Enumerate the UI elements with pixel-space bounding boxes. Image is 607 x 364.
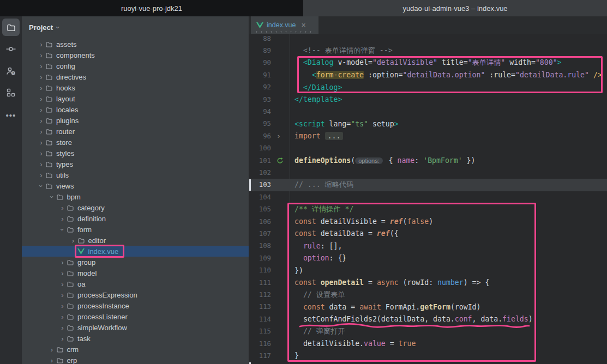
line-number[interactable]: 107 <box>249 230 274 238</box>
chevron-right-icon[interactable]: › <box>37 138 45 147</box>
chevron-right-icon[interactable]: › <box>69 236 77 245</box>
tree-item-editor[interactable]: ›editor <box>22 235 249 246</box>
tree-item-hooks[interactable]: ›hooks <box>22 82 249 93</box>
line-number[interactable]: 113 <box>249 303 274 311</box>
line-number[interactable]: 116 <box>249 340 274 348</box>
chevron-right-icon[interactable]: › <box>37 84 45 92</box>
line-number[interactable]: 88 <box>249 35 274 43</box>
line-number[interactable]: 90 <box>249 59 274 66</box>
code-line-104[interactable]: 104 <box>249 191 607 203</box>
code-line-93[interactable]: 93</template> <box>249 93 607 105</box>
chevron-right-icon[interactable]: › <box>37 149 45 157</box>
code-line-92[interactable]: 92 </Dialog> <box>249 81 607 93</box>
tree-item-utils[interactable]: ›utils <box>22 169 249 180</box>
tree-item-layout[interactable]: ›layout <box>22 93 249 104</box>
code-line-103[interactable]: 103// ... 缩略代码 <box>249 179 607 191</box>
tree-item-processListener[interactable]: ›processListener <box>22 311 249 322</box>
structure-tool-button[interactable] <box>2 84 20 101</box>
fold-chevron-icon[interactable]: › <box>274 132 290 140</box>
code-line-118[interactable]: 118 <box>249 362 607 364</box>
line-number[interactable]: 117 <box>249 352 274 360</box>
line-number[interactable]: 109 <box>249 254 274 262</box>
code-line-95[interactable]: 95<script lang="ts" setup> <box>249 118 607 130</box>
line-number[interactable]: 92 <box>249 83 274 91</box>
tree-item-group[interactable]: ›group <box>22 257 249 268</box>
line-number[interactable]: 96 <box>249 132 274 140</box>
chevron-right-icon[interactable]: › <box>58 258 67 266</box>
project-dropdown[interactable]: Project › <box>22 16 249 38</box>
chevron-right-icon[interactable]: › <box>58 269 67 277</box>
chevron-right-icon[interactable]: › <box>58 313 67 321</box>
tree-item-category[interactable]: ›category <box>22 202 249 213</box>
line-number[interactable]: 101 <box>249 157 274 165</box>
tree-item-processExpression[interactable]: ›processExpression <box>22 289 249 300</box>
tree-item-definition[interactable]: ›definition <box>22 213 249 224</box>
line-number[interactable]: 91 <box>249 71 274 79</box>
tree-item-task[interactable]: ›task <box>22 333 249 344</box>
line-number[interactable]: 95 <box>249 120 274 128</box>
tree-item-index-vue[interactable]: index.vue <box>22 246 249 257</box>
chevron-right-icon[interactable]: › <box>58 291 67 299</box>
code-line-107[interactable]: 107const detailData = ref({ <box>249 228 607 240</box>
editor[interactable]: 8889 <!-- 表单详情的弹窗 -->90 <Dialog v-model=… <box>249 16 607 364</box>
chevron-right-icon[interactable]: › <box>58 302 67 310</box>
code-line-90[interactable]: 90 <Dialog v-model="detailVisible" title… <box>249 57 607 69</box>
line-number[interactable]: 104 <box>249 193 274 201</box>
code-line-106[interactable]: 106const detailVisible = ref(false) <box>249 215 607 227</box>
chevron-right-icon[interactable]: › <box>58 215 67 223</box>
chevron-right-icon[interactable]: › <box>58 335 67 343</box>
line-number[interactable]: 100 <box>249 144 274 152</box>
tree-item-types[interactable]: ›types <box>22 159 249 169</box>
code-line-96[interactable]: 96›import ... <box>249 130 607 142</box>
chevron-right-icon[interactable]: › <box>37 73 45 81</box>
code-line-115[interactable]: 115 // 弹窗打开 <box>249 325 607 337</box>
tree-item-erp[interactable]: ›erp <box>22 355 249 364</box>
line-number[interactable]: 106 <box>249 218 274 226</box>
editor-tab-index-vue[interactable]: index.vue × <box>251 16 318 34</box>
tree-item-oa[interactable]: ›oa <box>22 278 249 289</box>
line-number[interactable]: 110 <box>249 266 274 274</box>
chevron-right-icon[interactable]: › <box>37 40 45 48</box>
code-line-102[interactable]: 102 <box>249 167 607 179</box>
tree-item-crm[interactable]: ›crm <box>22 344 249 355</box>
chevron-right-icon[interactable]: › <box>58 226 67 234</box>
pull-requests-tool-button[interactable]: ? <box>2 62 20 80</box>
tree-item-assets[interactable]: ›assets <box>22 39 249 50</box>
code-line-89[interactable]: 89 <!-- 表单详情的弹窗 --> <box>249 45 607 57</box>
code-line-108[interactable]: 108 rule: [], <box>249 240 607 252</box>
commit-tool-button[interactable] <box>2 40 20 58</box>
line-number[interactable]: 115 <box>249 327 274 335</box>
chevron-right-icon[interactable]: › <box>58 204 67 212</box>
chevron-right-icon[interactable]: › <box>37 182 45 190</box>
code-line-88[interactable]: 88 <box>249 32 607 44</box>
chevron-right-icon[interactable]: › <box>37 51 45 59</box>
chevron-right-icon[interactable]: › <box>58 324 67 332</box>
project-tool-button[interactable] <box>2 19 20 36</box>
code-line-111[interactable]: 111const openDetail = async (rowId: numb… <box>249 276 607 288</box>
tree-item-model[interactable]: ›model <box>22 268 249 278</box>
folded-code-chip[interactable]: ... <box>325 132 344 140</box>
chevron-right-icon[interactable]: › <box>37 106 45 114</box>
code-line-117[interactable]: 117} <box>249 350 607 362</box>
code-line-94[interactable]: 94 <box>249 106 607 118</box>
code-line-101[interactable]: 101defineOptions(options: { name: 'BpmFo… <box>249 154 607 166</box>
line-number[interactable]: 112 <box>249 291 274 299</box>
tree-item-plugins[interactable]: ›plugins <box>22 115 249 126</box>
line-number[interactable]: 93 <box>249 96 274 104</box>
line-number[interactable]: 111 <box>249 279 274 287</box>
line-number[interactable]: 105 <box>249 205 274 213</box>
rerun-gutter-icon[interactable] <box>274 157 290 164</box>
line-number[interactable]: 94 <box>249 108 274 116</box>
chevron-right-icon[interactable]: › <box>58 280 67 288</box>
code-line-100[interactable]: 100 <box>249 142 607 154</box>
code-line-110[interactable]: 110}) <box>249 264 607 276</box>
code-line-91[interactable]: 91 <form-create :option="detailData.opti… <box>249 69 607 81</box>
code-line-109[interactable]: 109 option: {} <box>249 252 607 264</box>
code-line-114[interactable]: 114 setConfAndFields2(detailData, data.c… <box>249 313 607 325</box>
close-icon[interactable]: × <box>302 21 306 29</box>
more-tools-button[interactable]: ••• <box>2 106 20 123</box>
line-number[interactable]: 108 <box>249 242 274 250</box>
tree-item-processInstance[interactable]: ›processInstance <box>22 300 249 311</box>
line-number[interactable]: 102 <box>249 169 274 177</box>
tree-item-config[interactable]: ›config <box>22 60 249 71</box>
